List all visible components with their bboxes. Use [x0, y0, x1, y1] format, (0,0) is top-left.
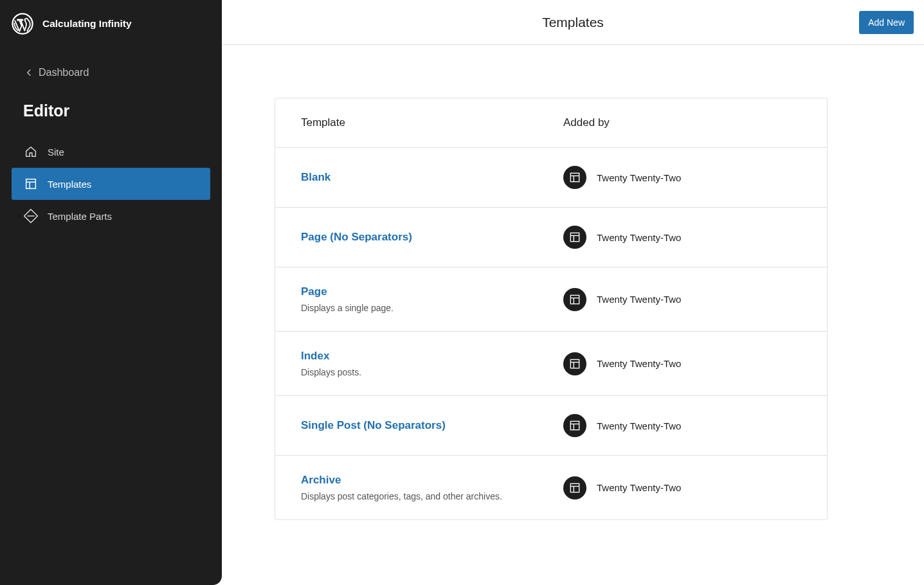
- column-header-added-by: Added by: [563, 116, 801, 129]
- template-name-link[interactable]: Index: [301, 350, 329, 362]
- sidebar-item-label: Site: [48, 147, 64, 158]
- svg-rect-9: [570, 233, 579, 241]
- template-name-link[interactable]: Archive: [301, 474, 341, 486]
- sidebar-item-label: Templates: [48, 179, 91, 190]
- table-body: BlankTwenty Twenty-TwoPage (No Separator…: [275, 148, 827, 519]
- theme-layout-icon: [563, 476, 586, 500]
- template-name-link[interactable]: Blank: [301, 171, 331, 183]
- svg-rect-12: [570, 295, 579, 303]
- added-by-theme-name: Twenty Twenty-Two: [597, 172, 681, 183]
- site-title: Calculating Infinity: [42, 18, 132, 30]
- main-header: Templates Add New: [222, 0, 924, 45]
- wordpress-logo-icon[interactable]: [12, 13, 33, 35]
- table-row: Page (No Separators)Twenty Twenty-Two: [275, 208, 827, 267]
- svg-rect-21: [570, 483, 579, 492]
- sidebar-nav: Site Templates Template Parts: [0, 136, 222, 232]
- added-by-cell: Twenty Twenty-Two: [563, 352, 801, 375]
- home-icon: [23, 144, 39, 159]
- table-row: Single Post (No Separators)Twenty Twenty…: [275, 396, 827, 456]
- template-cell: PageDisplays a single page.: [301, 285, 563, 313]
- sidebar-header: Calculating Infinity: [0, 0, 222, 48]
- editor-heading: Editor: [0, 86, 222, 136]
- table-row: IndexDisplays posts.Twenty Twenty-Two: [275, 332, 827, 396]
- template-cell: Blank: [301, 171, 563, 184]
- template-cell: Page (No Separators): [301, 231, 563, 244]
- layout-icon: [23, 176, 39, 192]
- svg-rect-1: [26, 179, 36, 189]
- table-row: PageDisplays a single page.Twenty Twenty…: [275, 267, 827, 332]
- table-row: ArchiveDisplays post categories, tags, a…: [275, 456, 827, 519]
- column-header-template: Template: [301, 116, 563, 129]
- template-cell: ArchiveDisplays post categories, tags, a…: [301, 474, 563, 501]
- svg-rect-6: [570, 173, 579, 181]
- table-row: BlankTwenty Twenty-Two: [275, 148, 827, 208]
- sidebar-item-site[interactable]: Site: [12, 136, 210, 168]
- template-cell: IndexDisplays posts.: [301, 350, 563, 377]
- added-by-theme-name: Twenty Twenty-Two: [597, 420, 681, 431]
- table-header: Template Added by: [275, 98, 827, 148]
- back-label: Dashboard: [39, 67, 89, 78]
- added-by-theme-name: Twenty Twenty-Two: [597, 358, 681, 369]
- page-title: Templates: [542, 15, 604, 30]
- added-by-cell: Twenty Twenty-Two: [563, 226, 801, 249]
- svg-rect-15: [570, 359, 579, 368]
- template-parts-icon: [23, 208, 39, 224]
- added-by-cell: Twenty Twenty-Two: [563, 476, 801, 500]
- template-name-link[interactable]: Single Post (No Separators): [301, 419, 446, 431]
- added-by-cell: Twenty Twenty-Two: [563, 166, 801, 189]
- back-to-dashboard-link[interactable]: Dashboard: [0, 48, 222, 86]
- added-by-cell: Twenty Twenty-Two: [563, 414, 801, 437]
- main-content: Templates Add New Template Added by Blan…: [222, 0, 924, 585]
- template-name-link[interactable]: Page (No Separators): [301, 231, 412, 243]
- theme-layout-icon: [563, 352, 586, 375]
- added-by-theme-name: Twenty Twenty-Two: [597, 482, 681, 493]
- svg-rect-18: [570, 421, 579, 429]
- template-description: Displays post categories, tags, and othe…: [301, 491, 563, 501]
- template-description: Displays posts.: [301, 367, 563, 377]
- template-description: Displays a single page.: [301, 303, 563, 313]
- added-by-theme-name: Twenty Twenty-Two: [597, 294, 681, 305]
- sidebar: Calculating Infinity Dashboard Editor Si…: [0, 0, 222, 585]
- content-scroll-area[interactable]: Template Added by BlankTwenty Twenty-Two…: [222, 45, 924, 585]
- added-by-theme-name: Twenty Twenty-Two: [597, 232, 681, 243]
- added-by-cell: Twenty Twenty-Two: [563, 288, 801, 311]
- sidebar-item-templates[interactable]: Templates: [12, 168, 210, 200]
- theme-layout-icon: [563, 288, 586, 311]
- add-new-button[interactable]: Add New: [859, 11, 914, 34]
- sidebar-item-template-parts[interactable]: Template Parts: [12, 200, 210, 232]
- chevron-left-icon: [23, 67, 35, 78]
- theme-layout-icon: [563, 414, 586, 437]
- theme-layout-icon: [563, 166, 586, 189]
- templates-table: Template Added by BlankTwenty Twenty-Two…: [275, 98, 828, 520]
- template-name-link[interactable]: Page: [301, 285, 327, 298]
- theme-layout-icon: [563, 226, 586, 249]
- template-cell: Single Post (No Separators): [301, 419, 563, 432]
- sidebar-item-label: Template Parts: [48, 211, 112, 222]
